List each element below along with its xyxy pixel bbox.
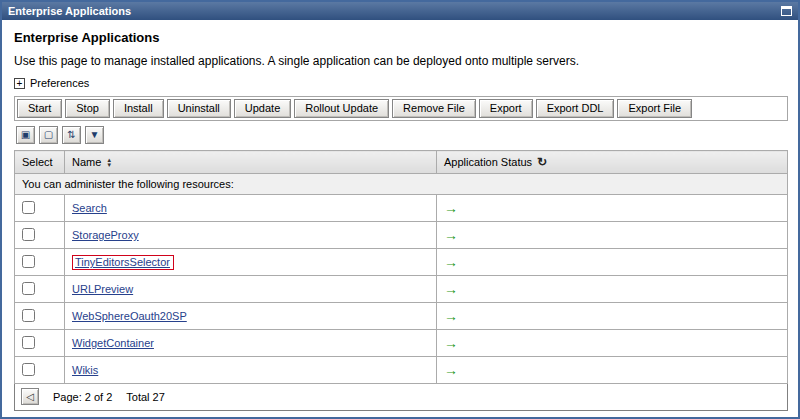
column-header-status-label: Application Status — [444, 156, 532, 168]
application-started-icon: → — [444, 227, 458, 243]
page-title: Enterprise Applications — [14, 30, 788, 45]
app-name-link[interactable]: Wikis — [72, 364, 98, 376]
table-row: Search → — [15, 195, 788, 222]
sort-icon[interactable]: ▲▼ — [106, 158, 112, 168]
table-header-row: Select Name▲▼ Application Status↻ — [15, 151, 788, 174]
row-checkbox[interactable] — [22, 201, 35, 214]
app-name-link[interactable]: StorageProxy — [72, 229, 139, 241]
stop-button[interactable]: Stop — [65, 99, 110, 118]
show-filter-icon[interactable]: ⇅ — [62, 126, 81, 144]
refresh-status-icon[interactable]: ↻ — [537, 155, 547, 169]
application-started-icon: → — [444, 281, 458, 297]
export-ddl-button[interactable]: Export DDL — [536, 99, 615, 118]
application-started-icon: → — [444, 254, 458, 270]
start-button[interactable]: Start — [17, 99, 62, 118]
app-name-link[interactable]: WidgetContainer — [72, 337, 154, 349]
applications-table: Select Name▲▼ Application Status↻ You ca… — [14, 150, 788, 384]
column-header-name-label: Name — [72, 156, 101, 168]
pagination-bar: ◁ Page: 2 of 2 Total 27 — [14, 384, 788, 411]
previous-page-button[interactable]: ◁ — [21, 388, 39, 405]
column-header-select: Select — [15, 151, 65, 174]
app-name-link-highlighted[interactable]: TinyEditorsSelector — [72, 255, 174, 270]
row-checkbox[interactable] — [22, 363, 35, 376]
export-file-button[interactable]: Export File — [617, 99, 692, 118]
window-icon[interactable] — [781, 6, 792, 16]
action-toolbar: Start Stop Install Uninstall Update Roll… — [14, 96, 788, 121]
row-checkbox[interactable] — [22, 255, 35, 268]
column-header-status: Application Status↻ — [437, 151, 788, 174]
total-count: Total 27 — [126, 391, 165, 403]
table-row: Wikis → — [15, 357, 788, 384]
sort-down-icon: ▼ — [106, 163, 112, 168]
app-name-link[interactable]: URLPreview — [72, 283, 133, 295]
table-row: TinyEditorsSelector → — [15, 249, 788, 276]
table-row: URLPreview → — [15, 276, 788, 303]
deselect-all-icon[interactable]: ▢ — [39, 126, 58, 144]
app-window: Enterprise Applications Enterprise Appli… — [0, 0, 800, 419]
page-description: Use this page to manage installed applic… — [14, 54, 788, 68]
preferences-expander[interactable]: + Preferences — [14, 77, 788, 89]
update-button[interactable]: Update — [234, 99, 291, 118]
row-checkbox[interactable] — [22, 309, 35, 322]
table-row: WebSphereOauth20SP → — [15, 303, 788, 330]
page-indicator: Page: 2 of 2 — [53, 391, 112, 403]
window-title: Enterprise Applications — [8, 5, 131, 17]
application-started-icon: → — [444, 362, 458, 378]
application-started-icon: → — [444, 308, 458, 324]
table-caption: You can administer the following resourc… — [15, 174, 788, 195]
page-content: Enterprise Applications Use this page to… — [2, 20, 798, 411]
table-row: StorageProxy → — [15, 222, 788, 249]
window-titlebar: Enterprise Applications — [2, 2, 798, 20]
app-name-link[interactable]: Search — [72, 202, 107, 214]
export-button[interactable]: Export — [479, 99, 533, 118]
rollout-update-button[interactable]: Rollout Update — [294, 99, 389, 118]
row-checkbox[interactable] — [22, 228, 35, 241]
app-name-link[interactable]: WebSphereOauth20SP — [72, 310, 187, 322]
row-checkbox[interactable] — [22, 336, 35, 349]
select-all-icon[interactable]: ▣ — [16, 126, 35, 144]
row-checkbox[interactable] — [22, 282, 35, 295]
application-started-icon: → — [444, 200, 458, 216]
remove-file-button[interactable]: Remove File — [392, 99, 476, 118]
column-header-name[interactable]: Name▲▼ — [65, 151, 437, 174]
uninstall-button[interactable]: Uninstall — [167, 99, 231, 118]
install-button[interactable]: Install — [113, 99, 164, 118]
list-toolbar: ▣ ▢ ⇅ ▼ — [14, 121, 788, 150]
application-started-icon: → — [444, 335, 458, 351]
table-row: WidgetContainer → — [15, 330, 788, 357]
preferences-label: Preferences — [30, 77, 89, 89]
clear-filter-icon[interactable]: ▼ — [85, 126, 104, 144]
table-caption-row: You can administer the following resourc… — [15, 174, 788, 195]
expand-plus-icon[interactable]: + — [14, 78, 25, 89]
